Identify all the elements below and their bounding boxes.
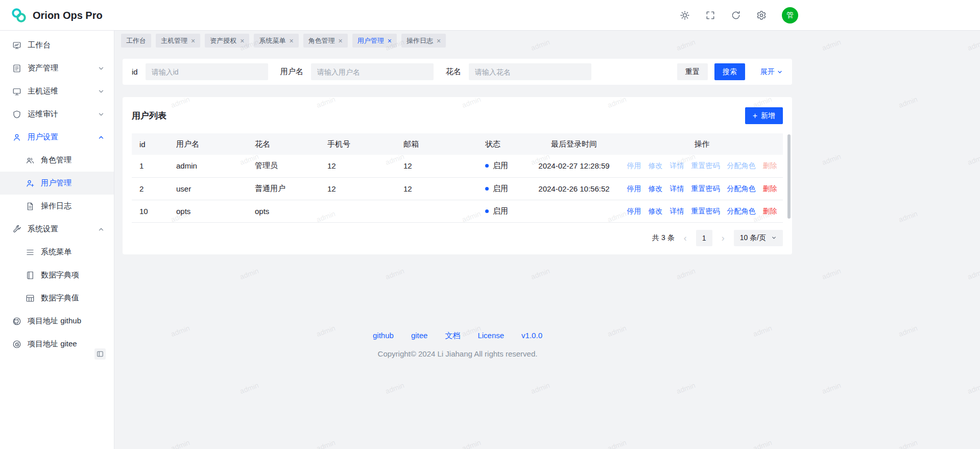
- table-scrollbar[interactable]: [787, 134, 791, 219]
- nickname-input[interactable]: [469, 63, 591, 80]
- reset-password-action[interactable]: 重置密码: [691, 161, 720, 171]
- sidebar-item-label: 数据字典项: [41, 270, 105, 280]
- tab-operation-log[interactable]: 操作日志 ×: [401, 34, 446, 48]
- user-avatar[interactable]: 管: [782, 7, 798, 23]
- status-label: 启用: [493, 184, 508, 194]
- prev-page-icon[interactable]: ‹: [682, 233, 689, 243]
- sidebar-item-dict-values[interactable]: 数据字典值: [0, 287, 114, 310]
- delete-action[interactable]: 删除: [763, 161, 777, 171]
- refresh-icon[interactable]: [731, 10, 741, 20]
- tab-asset-authorization[interactable]: 资产授权 ×: [205, 34, 249, 48]
- filter-group-username: 用户名: [280, 63, 434, 80]
- tab-workbench[interactable]: 工作台: [121, 34, 151, 48]
- reset-password-action[interactable]: 重置密码: [691, 184, 720, 194]
- assign-role-action[interactable]: 分配角色: [727, 161, 756, 171]
- theme-icon[interactable]: [680, 10, 690, 20]
- app-logo[interactable]: Orion Ops Pro: [10, 0, 103, 31]
- sidebar-item-dict-keys[interactable]: 数据字典项: [0, 264, 114, 287]
- cell-status: 启用: [485, 177, 527, 200]
- add-label: 新增: [761, 111, 775, 121]
- sidebar-item-ops-audit[interactable]: 运维审计: [0, 103, 114, 126]
- close-icon[interactable]: ×: [289, 37, 293, 44]
- table-row: 2 user 普通用户 12 12 启用 2024-02-26 10:56:52…: [132, 177, 783, 200]
- app-title: Orion Ops Pro: [33, 10, 103, 21]
- cell-status: 启用: [485, 155, 527, 177]
- logo-icon: [10, 7, 28, 24]
- search-button[interactable]: 搜索: [714, 63, 745, 80]
- tab-user-management[interactable]: 用户管理 ×: [352, 34, 397, 48]
- disable-action[interactable]: 停用: [627, 184, 641, 194]
- expand-toggle[interactable]: 展开: [760, 67, 783, 77]
- column-header-mobile: 手机号: [327, 133, 403, 155]
- add-user-button[interactable]: + 新增: [745, 107, 783, 124]
- footer-link-gitee[interactable]: gitee: [411, 331, 428, 341]
- settings-gear-icon[interactable]: [756, 10, 767, 20]
- sidebar-item-label: 项目地址 gitee: [28, 339, 105, 349]
- disable-action[interactable]: 停用: [627, 207, 641, 216]
- footer-link-docs[interactable]: 文档: [445, 331, 460, 341]
- sidebar-item-user-settings[interactable]: 用户设置: [0, 126, 114, 149]
- cell-mobile: 12: [327, 177, 403, 200]
- sidebar-item-role-management[interactable]: 角色管理: [0, 149, 114, 172]
- sidebar-item-user-management[interactable]: 用户管理: [0, 172, 114, 195]
- close-icon[interactable]: ×: [240, 37, 244, 44]
- sidebar-item-host-ops[interactable]: 主机运维: [0, 80, 114, 103]
- status-dot: [485, 187, 489, 191]
- tab-label: 工作台: [126, 36, 146, 45]
- cell-nickname: 普通用户: [255, 177, 327, 200]
- close-icon[interactable]: ×: [339, 37, 343, 44]
- tab-role-management[interactable]: 角色管理 ×: [303, 34, 348, 48]
- sidebar-item-label: 系统菜单: [41, 247, 105, 257]
- sidebar-item-label: 用户管理: [41, 178, 105, 188]
- detail-action[interactable]: 详情: [670, 161, 684, 171]
- status-dot: [485, 209, 489, 213]
- user-table: id 用户名 花名 手机号 邮箱 状态 最后登录时间 操作 1 admin 管理: [132, 133, 783, 223]
- close-icon[interactable]: ×: [437, 37, 441, 44]
- assign-role-action[interactable]: 分配角色: [727, 184, 756, 194]
- column-header-nickname: 花名: [255, 133, 327, 155]
- disable-action[interactable]: 停用: [627, 161, 641, 171]
- delete-action[interactable]: 删除: [763, 184, 777, 194]
- nickname-label: 花名: [446, 67, 461, 77]
- cell-username: user: [176, 177, 255, 200]
- cell-actions: 停用 修改 详情 重置密码 分配角色 删除: [621, 200, 783, 222]
- cell-last-login: 2024-02-26 10:56:52: [527, 177, 621, 200]
- footer-link-version[interactable]: v1.0.0: [521, 331, 542, 341]
- column-header-email: 邮箱: [403, 133, 485, 155]
- reset-button[interactable]: 重置: [677, 63, 708, 80]
- next-page-icon[interactable]: ›: [720, 233, 727, 243]
- edit-action[interactable]: 修改: [649, 161, 663, 171]
- reset-password-action[interactable]: 重置密码: [691, 207, 720, 216]
- close-icon[interactable]: ×: [191, 37, 195, 44]
- detail-action[interactable]: 详情: [670, 184, 684, 194]
- sidebar-item-asset-management[interactable]: 资产管理: [0, 57, 114, 80]
- footer-link-github[interactable]: github: [373, 331, 394, 341]
- chevron-down-icon: [98, 111, 105, 118]
- sidebar-item-system-settings[interactable]: 系统设置: [0, 218, 114, 241]
- expand-label: 展开: [760, 67, 775, 77]
- table-header-row: id 用户名 花名 手机号 邮箱 状态 最后登录时间 操作: [132, 133, 783, 155]
- tab-host-management[interactable]: 主机管理 ×: [156, 34, 200, 48]
- sidebar-collapse-button[interactable]: [94, 348, 106, 360]
- username-input[interactable]: [311, 63, 434, 80]
- fullscreen-icon[interactable]: [705, 10, 715, 20]
- page-number[interactable]: 1: [696, 230, 712, 246]
- detail-action[interactable]: 详情: [670, 207, 684, 216]
- sidebar-item-workbench[interactable]: 工作台: [0, 34, 114, 57]
- sidebar-item-operation-log[interactable]: 操作日志: [0, 195, 114, 218]
- column-header-username: 用户名: [176, 133, 255, 155]
- close-icon[interactable]: ×: [388, 37, 392, 44]
- edit-action[interactable]: 修改: [649, 184, 663, 194]
- cell-mobile: 12: [327, 155, 403, 177]
- asset-icon: [12, 64, 21, 73]
- assign-role-action[interactable]: 分配角色: [727, 207, 756, 216]
- sidebar-item-system-menu[interactable]: 系统菜单: [0, 241, 114, 264]
- id-input[interactable]: [146, 63, 268, 80]
- edit-action[interactable]: 修改: [649, 207, 663, 216]
- delete-action[interactable]: 删除: [763, 207, 777, 216]
- main-area: 工作台 主机管理 × 资产授权 × 系统菜单 × 角色管理 × 用户管理 ×: [114, 31, 980, 449]
- sidebar-item-github[interactable]: 项目地址 github: [0, 310, 114, 333]
- tab-system-menu[interactable]: 系统菜单 ×: [254, 34, 298, 48]
- footer-link-license[interactable]: License: [477, 331, 504, 341]
- page-size-select[interactable]: 10 条/页: [734, 230, 783, 246]
